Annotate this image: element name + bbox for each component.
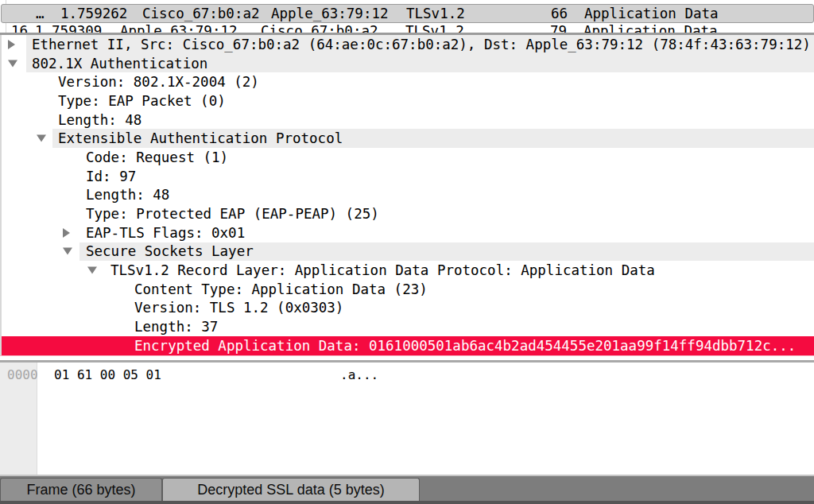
packet-destination: Cisco_67:b0:a2	[261, 23, 378, 33]
packet-length: 66	[517, 6, 568, 21]
collapse-arrow-icon[interactable]	[37, 135, 46, 142]
collapse-arrow-icon[interactable]	[8, 60, 17, 67]
detail-row-type[interactable]: Type: EAP Packet (0)	[2, 91, 814, 110]
detail-row-length[interactable]: Length: 48	[2, 110, 814, 130]
detail-row-8021x[interactable]: 802.1X Authentication	[2, 54, 814, 73]
tab-decrypted-ssl[interactable]: Decrypted SSL data (5 bytes)	[162, 478, 420, 501]
detail-text: TLSv1.2 Record Layer: Application Data P…	[110, 262, 655, 278]
collapse-arrow-icon[interactable]	[87, 267, 97, 274]
detail-text: Id: 97	[86, 169, 136, 184]
detail-row-eaptls-flags[interactable]: EAP-TLS Flags: 0x01	[2, 223, 814, 242]
detail-text: Secure Sockets Layer	[86, 243, 254, 259]
detail-row-tls-version[interactable]: Version: TLS 1.2 (0x0303)	[2, 299, 814, 318]
hex-row[interactable]: 0000 01 61 00 05 01 .a...	[0, 366, 814, 383]
detail-text: Length: 37	[134, 319, 218, 335]
packet-protocol: TLSv1.2	[406, 6, 465, 21]
packet-source: Cisco_67:b0:a2	[142, 6, 260, 21]
byte-view-tabbar: Frame (66 bytes) Decrypted SSL data (5 b…	[0, 475, 814, 504]
detail-row-encrypted-data-selected[interactable]: Encrypted Application Data: 0161000501ab…	[2, 336, 814, 355]
detail-row-code[interactable]: Code: Request (1)	[2, 148, 814, 167]
detail-row-content-type[interactable]: Content Type: Application Data (23)	[2, 280, 814, 299]
wireshark-window: … 1.759262 Cisco_67:b0:a2 Apple_63:79:12…	[0, 0, 814, 504]
packet-row-selected[interactable]: … 1.759262 Cisco_67:b0:a2 Apple_63:79:12…	[1, 4, 814, 23]
detail-text: Length: 48	[86, 187, 169, 203]
packet-no: 16	[11, 23, 28, 33]
detail-row-tls-length[interactable]: Length: 37	[2, 317, 814, 336]
detail-text: Version: 802.1X-2004 (2)	[58, 74, 259, 90]
packet-destination: Apple_63:79:12	[271, 6, 389, 21]
detail-text: Code: Request (1)	[86, 149, 228, 165]
packet-protocol: TLSv1.2	[405, 23, 464, 33]
detail-text: Type: EAP Packet (0)	[58, 93, 226, 109]
hex-bytes[interactable]: 01 61 00 05 01	[54, 367, 161, 382]
packet-source: Apple_63:79:12	[120, 23, 238, 33]
detail-text: Ethernet II, Src: Cisco_67:b0:a2 (64:ae:…	[32, 37, 811, 52]
hex-ascii[interactable]: .a...	[340, 367, 378, 382]
detail-text: 802.1X Authentication	[32, 56, 207, 72]
detail-row-eap-type[interactable]: Type: Protected EAP (EAP-PEAP) (25)	[2, 204, 814, 223]
packet-time: 1.759309	[35, 23, 102, 33]
expand-arrow-icon[interactable]	[8, 40, 15, 49]
tabbar-bottom-strip	[0, 501, 814, 504]
detail-text: Length: 48	[58, 112, 141, 128]
detail-row-version[interactable]: Version: 802.1X-2004 (2)	[2, 72, 814, 91]
tab-frame[interactable]: Frame (66 bytes)	[0, 478, 162, 501]
packet-row[interactable]: 16 1.759309 Apple_63:79:12 Cisco_67:b0:a…	[0, 22, 814, 33]
packet-length: 79	[517, 23, 567, 33]
detail-text: Type: Protected EAP (EAP-PEAP) (25)	[86, 206, 379, 222]
collapse-arrow-icon[interactable]	[63, 248, 72, 255]
detail-row-eap-length[interactable]: Length: 48	[2, 186, 814, 205]
hex-dump-pane: 0000 01 61 00 05 01 .a...	[0, 362, 814, 475]
packet-info: Application Data	[583, 23, 718, 33]
packet-list-pane: … 1.759262 Cisco_67:b0:a2 Apple_63:79:12…	[0, 0, 814, 33]
detail-text: Encrypted Application Data: 0161000501ab…	[134, 338, 796, 354]
expand-arrow-icon[interactable]	[63, 228, 70, 238]
detail-text: Content Type: Application Data (23)	[134, 281, 428, 297]
selection-fringe	[0, 355, 814, 356]
packet-time: 1.759262	[60, 6, 127, 21]
detail-row-ethernet[interactable]: Ethernet II, Src: Cisco_67:b0:a2 (64:ae:…	[2, 35, 814, 54]
detail-text: Extensible Authentication Protocol	[58, 130, 343, 146]
packet-no: …	[36, 6, 45, 21]
packet-info: Application Data	[584, 6, 719, 21]
packet-details-pane: Ethernet II, Src: Cisco_67:b0:a2 (64:ae:…	[0, 35, 814, 355]
detail-text: Version: TLS 1.2 (0x0303)	[134, 300, 343, 316]
detail-row-ssl[interactable]: Secure Sockets Layer	[2, 242, 814, 262]
detail-row-id[interactable]: Id: 97	[2, 167, 814, 186]
detail-row-tls-record[interactable]: TLSv1.2 Record Layer: Application Data P…	[2, 261, 814, 280]
detail-text: EAP-TLS Flags: 0x01	[86, 225, 245, 241]
hex-offset: 0000	[7, 367, 38, 382]
detail-row-eap[interactable]: Extensible Authentication Protocol	[2, 129, 814, 148]
